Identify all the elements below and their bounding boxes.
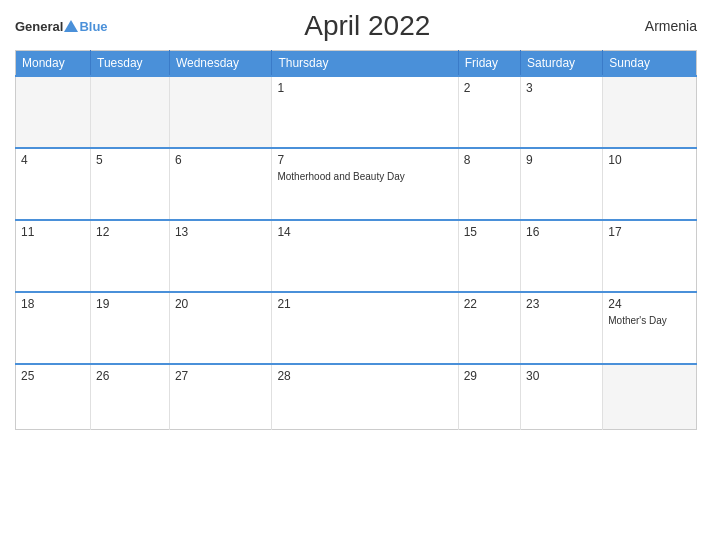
- table-row: 11: [16, 220, 91, 292]
- day-number: 3: [526, 81, 597, 95]
- logo-general-text: General: [15, 19, 63, 34]
- table-row: 1: [272, 76, 458, 148]
- header: General Blue April 2022 Armenia: [15, 10, 697, 42]
- day-number: 12: [96, 225, 164, 239]
- day-number: 22: [464, 297, 515, 311]
- table-row: 25: [16, 364, 91, 429]
- logo-blue-text: Blue: [79, 19, 107, 34]
- header-thursday: Thursday: [272, 51, 458, 77]
- table-row: 12: [91, 220, 170, 292]
- day-number: 20: [175, 297, 267, 311]
- day-number: 15: [464, 225, 515, 239]
- calendar-week-row: 4567Motherhood and Beauty Day8910: [16, 148, 697, 220]
- table-row: 2: [458, 76, 520, 148]
- table-row: 7Motherhood and Beauty Day: [272, 148, 458, 220]
- table-row: 28: [272, 364, 458, 429]
- table-row: 4: [16, 148, 91, 220]
- table-row: 16: [521, 220, 603, 292]
- day-number: 25: [21, 369, 85, 383]
- header-friday: Friday: [458, 51, 520, 77]
- day-number: 30: [526, 369, 597, 383]
- day-number: 4: [21, 153, 85, 167]
- header-saturday: Saturday: [521, 51, 603, 77]
- table-row: 15: [458, 220, 520, 292]
- table-row: 23: [521, 292, 603, 364]
- table-row: 26: [91, 364, 170, 429]
- day-number: 2: [464, 81, 515, 95]
- event-text: Motherhood and Beauty Day: [277, 171, 404, 182]
- day-number: 29: [464, 369, 515, 383]
- table-row: 14: [272, 220, 458, 292]
- table-row: 22: [458, 292, 520, 364]
- table-row: [603, 364, 697, 429]
- table-row: 24Mother's Day: [603, 292, 697, 364]
- day-number: 5: [96, 153, 164, 167]
- calendar-week-row: 252627282930: [16, 364, 697, 429]
- day-number: 17: [608, 225, 691, 239]
- calendar-title: April 2022: [108, 10, 627, 42]
- table-row: 29: [458, 364, 520, 429]
- table-row: [91, 76, 170, 148]
- day-number: 28: [277, 369, 452, 383]
- day-number: 27: [175, 369, 267, 383]
- table-row: 3: [521, 76, 603, 148]
- country-name: Armenia: [627, 18, 697, 34]
- header-sunday: Sunday: [603, 51, 697, 77]
- table-row: 21: [272, 292, 458, 364]
- day-number: 23: [526, 297, 597, 311]
- table-row: 8: [458, 148, 520, 220]
- table-row: 30: [521, 364, 603, 429]
- table-row: [603, 76, 697, 148]
- table-row: 6: [169, 148, 272, 220]
- logo-triangle-icon: [64, 20, 78, 32]
- header-wednesday: Wednesday: [169, 51, 272, 77]
- weekday-header-row: Monday Tuesday Wednesday Thursday Friday…: [16, 51, 697, 77]
- table-row: 5: [91, 148, 170, 220]
- day-number: 24: [608, 297, 691, 311]
- calendar-table: Monday Tuesday Wednesday Thursday Friday…: [15, 50, 697, 430]
- calendar-week-row: 123: [16, 76, 697, 148]
- day-number: 19: [96, 297, 164, 311]
- day-number: 11: [21, 225, 85, 239]
- header-tuesday: Tuesday: [91, 51, 170, 77]
- day-number: 9: [526, 153, 597, 167]
- day-number: 1: [277, 81, 452, 95]
- table-row: 18: [16, 292, 91, 364]
- table-row: 13: [169, 220, 272, 292]
- day-number: 7: [277, 153, 452, 167]
- table-row: 10: [603, 148, 697, 220]
- day-number: 13: [175, 225, 267, 239]
- day-number: 10: [608, 153, 691, 167]
- table-row: 9: [521, 148, 603, 220]
- table-row: [169, 76, 272, 148]
- table-row: 19: [91, 292, 170, 364]
- day-number: 21: [277, 297, 452, 311]
- header-monday: Monday: [16, 51, 91, 77]
- day-number: 6: [175, 153, 267, 167]
- day-number: 14: [277, 225, 452, 239]
- calendar-page: General Blue April 2022 Armenia Monday T…: [0, 0, 712, 550]
- table-row: 27: [169, 364, 272, 429]
- event-text: Mother's Day: [608, 315, 667, 326]
- day-number: 8: [464, 153, 515, 167]
- day-number: 16: [526, 225, 597, 239]
- table-row: 17: [603, 220, 697, 292]
- calendar-week-row: 11121314151617: [16, 220, 697, 292]
- logo: General Blue: [15, 19, 108, 34]
- day-number: 18: [21, 297, 85, 311]
- table-row: [16, 76, 91, 148]
- day-number: 26: [96, 369, 164, 383]
- table-row: 20: [169, 292, 272, 364]
- calendar-week-row: 18192021222324Mother's Day: [16, 292, 697, 364]
